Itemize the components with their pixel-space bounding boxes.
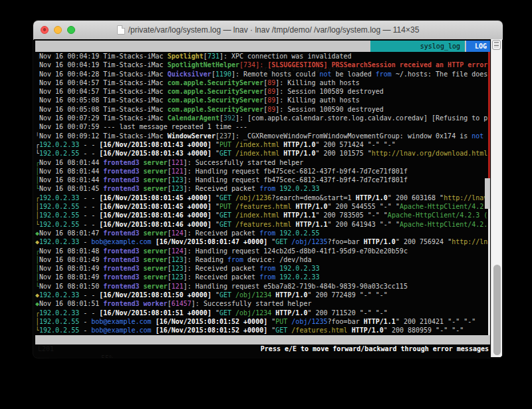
log-line-text: Nov 16 00:07:29 Tim-Stacks-iMac Calendar… xyxy=(39,114,490,122)
log-line[interactable]: Nov 16 00:04:19 Tim-Stacks-iMac Spotligh… xyxy=(35,52,490,61)
log-line-text: Nov 16 08:01:49 frontend3 server[123]: R… xyxy=(39,264,490,273)
minimize-button[interactable] xyxy=(54,26,62,34)
log-line-text: 192.0.2.55 - bob@example.com [16/Nov/201… xyxy=(39,317,490,326)
log-line[interactable]: └192.0.2.55 - - [16/Nov/2015:08:01:46 +0… xyxy=(35,220,490,229)
log-line-text: Nov 16 00:04:19 Tim-Stacks-iMac Spotligh… xyxy=(39,52,490,61)
log-line[interactable]: │Nov 16 08:01:49 frontend3 server[123]: … xyxy=(35,273,490,281)
macos-scrollbar-thumb[interactable] xyxy=(493,265,501,355)
log-line-text: 192.0.2.33 - - [16/Nov/2015:08:01:45 +00… xyxy=(39,194,490,202)
log-line[interactable]: │Nov 16 08:01:49 frontend3 server[123]: … xyxy=(35,264,490,273)
traffic-lights xyxy=(41,26,75,34)
log-line-text: 192.0.2.33 - bob@example.com [16/Nov/201… xyxy=(39,237,490,246)
log-line[interactable]: │Nov 16 08:01:44 frontend3 server[121]: … xyxy=(35,167,490,176)
log-view[interactable]: Nov 16 00:04:19 Tim-Stacks-iMac Spotligh… xyxy=(35,52,490,335)
log-format-badge: syslog_log xyxy=(370,41,465,52)
log-line[interactable]: └Nov 16 08:01:45 frontend3 server[123]: … xyxy=(35,184,490,193)
log-line[interactable]: Nov 16 00:07:29 Tim-Stacks-iMac Calendar… xyxy=(35,114,490,122)
log-line[interactable]: Nov 16 00:05:08 Tim-Stacks-iMac com.appl… xyxy=(35,96,490,104)
zoom-button[interactable] xyxy=(67,26,75,34)
log-line[interactable]: ┌192.0.2.33 - - [16/Nov/2015:08:01:51 +0… xyxy=(35,309,490,317)
log-line-text: Nov 16 00:05:08 Tim-Stacks-iMac com.appl… xyxy=(39,96,490,104)
log-line[interactable]: ◆Nov 16 08:01:47 frontend3 server[124]: … xyxy=(35,229,490,237)
log-line[interactable]: └Nov 16 08:01:50 frontend3 server[121]: … xyxy=(35,282,490,291)
scrollbar-marker-button[interactable] xyxy=(492,40,501,50)
log-line-text: Nov 16 08:01:49 frontend3 server[123]: R… xyxy=(39,273,490,281)
close-button[interactable] xyxy=(41,26,49,34)
log-line[interactable]: Nov 16 00:05:08 Tim-Stacks-iMac com.appl… xyxy=(35,105,490,114)
log-line-text: Nov 16 00:04:57 Tim-Stacks-iMac com.appl… xyxy=(39,78,490,87)
log-line[interactable]: Nov 16 00:04:57 Tim-Stacks-iMac com.appl… xyxy=(35,78,490,87)
log-line-text: Nov 16 08:01:44 frontend3 server[123]: H… xyxy=(39,176,490,184)
scroll-percent-indicator: 55% xyxy=(101,354,113,358)
window-titlebar[interactable]: /private/var/log/system.log — lnav · lna… xyxy=(33,21,503,40)
window-title: /private/var/log/system.log — lnav · lna… xyxy=(128,25,420,35)
log-line-text: Nov 16 08:01:45 frontend3 server[123]: R… xyxy=(39,184,490,193)
lnav-top-status-bar: Mon Nov 16 00:09:12 PST /private/var/log… xyxy=(35,41,490,52)
log-line-text: Nov 16 08:01:47 frontend3 server[124]: R… xyxy=(39,229,490,237)
log-line-text: Nov 16 08:01:44 frontend3 server[121]: S… xyxy=(39,158,490,167)
log-line[interactable]: │Nov 16 08:01:49 frontend3 server[123]: … xyxy=(35,255,490,264)
log-line-text: 192.0.2.55 - - [16/Nov/2015:08:01:43 +00… xyxy=(39,149,490,158)
log-line[interactable]: │192.0.2.55 - - [16/Nov/2015:08:01:45 +0… xyxy=(35,202,490,211)
screen: { "window": { "title": "/private/var/log… xyxy=(0,0,532,409)
log-line-text: Nov 16 00:04:19 Tim-Stacks-iMac Spotligh… xyxy=(39,61,490,69)
lnav-bottom-status-bar: L201 55% 0 hits ?:View Help xyxy=(35,335,490,344)
log-line-text: 192.0.2.33 - - [16/Nov/2015:08:01:43 +00… xyxy=(39,140,490,149)
log-line-text: 192.0.2.33 - - [16/Nov/2015:08:01:50 +00… xyxy=(39,291,490,299)
terminal-window: /private/var/log/system.log — lnav · lna… xyxy=(33,21,503,358)
document-icon xyxy=(117,25,125,35)
log-line[interactable]: ┌192.0.2.33 - - [16/Nov/2015:08:01:45 +0… xyxy=(35,194,490,202)
log-line[interactable]: ╵Nov 16 00:09:12 Tim-Stacks-iMac WindowS… xyxy=(35,132,490,140)
log-line[interactable]: │192.0.2.55 - - [16/Nov/2015:08:01:46 +0… xyxy=(35,211,490,219)
log-line-text: Nov 16 00:07:59 --- last message repeate… xyxy=(39,122,490,131)
log-line-text: 192.0.2.55 - - [16/Nov/2015:08:01:46 +00… xyxy=(39,211,490,219)
log-line[interactable]: ┌192.0.2.33 - - [16/Nov/2015:08:01:43 +0… xyxy=(35,140,490,149)
log-line[interactable]: ◆Nov 16 08:01:51 frontend3 worker[61457]… xyxy=(35,299,490,308)
log-line[interactable]: ◆192.0.2.33 - - [16/Nov/2015:08:01:50 +0… xyxy=(35,291,490,299)
log-line[interactable]: ┌Nov 16 08:01:44 frontend3 server[121]: … xyxy=(35,158,490,167)
log-line[interactable]: ◆192.0.2.33 - bob@example.com [16/Nov/20… xyxy=(35,237,490,246)
log-line[interactable]: Nov 16 00:04:19 Tim-Stacks-iMac Spotligh… xyxy=(35,61,490,69)
log-line-text: Nov 16 08:01:49 frontend3 server[123]: R… xyxy=(39,255,490,264)
lnav-scrollbar-thumb[interactable] xyxy=(485,178,490,209)
log-line-text: 192.0.2.33 - - [16/Nov/2015:08:01:51 +00… xyxy=(39,309,490,317)
log-line-text: Nov 16 00:04:57 Tim-Stacks-iMac com.appl… xyxy=(39,87,490,96)
log-line-text: 192.0.2.55 - - [16/Nov/2015:08:01:46 +00… xyxy=(39,220,490,229)
log-line[interactable]: Nov 16 00:04:28 Tim-Stacks-iMac Quicksil… xyxy=(35,70,490,78)
log-line[interactable]: │192.0.2.55 - bob@example.com [16/Nov/20… xyxy=(35,317,490,326)
log-line-text: Nov 16 00:09:12 Tim-Stacks-iMac WindowSe… xyxy=(39,132,490,140)
log-line-text: Nov 16 00:05:08 Tim-Stacks-iMac com.appl… xyxy=(39,105,490,114)
log-line[interactable]: └192.0.2.55 - - [16/Nov/2015:08:01:43 +0… xyxy=(35,149,490,158)
view-name-badge: LOG xyxy=(466,41,490,52)
log-line[interactable]: Nov 16 00:07:59 --- last message repeate… xyxy=(35,122,490,131)
log-line-text: 192.0.2.55 - bob@example.com [16/Nov/201… xyxy=(39,326,490,335)
log-line[interactable]: └192.0.2.55 - bob@example.com [16/Nov/20… xyxy=(35,326,490,335)
log-line[interactable]: Nov 16 00:04:57 Tim-Stacks-iMac com.appl… xyxy=(35,87,490,96)
log-line-text: Nov 16 08:01:51 frontend3 worker[61457]:… xyxy=(39,299,490,308)
log-line-text: 192.0.2.55 - - [16/Nov/2015:08:01:45 +00… xyxy=(39,202,490,211)
window-title-group: /private/var/log/system.log — lnav · lna… xyxy=(117,25,420,35)
log-line-text: Nov 16 08:01:44 frontend3 server[121]: H… xyxy=(39,167,490,176)
log-line[interactable]: │Nov 16 08:01:44 frontend3 server[123]: … xyxy=(35,176,490,184)
log-line-text: Nov 16 08:01:48 frontend3 server[124]: H… xyxy=(39,247,490,255)
terminal: Mon Nov 16 00:09:12 PST /private/var/log… xyxy=(34,39,502,357)
log-line[interactable]: ┌Nov 16 08:01:48 frontend3 server[124]: … xyxy=(35,247,490,255)
prompt-message: Press e/E to move forward/backward throu… xyxy=(35,344,490,354)
macos-scrollbar-track[interactable] xyxy=(491,39,502,357)
log-line-text: Nov 16 08:01:50 frontend3 server[121]: H… xyxy=(39,282,490,291)
log-line-text: Nov 16 00:04:28 Tim-Stacks-iMac Quicksil… xyxy=(39,70,490,78)
